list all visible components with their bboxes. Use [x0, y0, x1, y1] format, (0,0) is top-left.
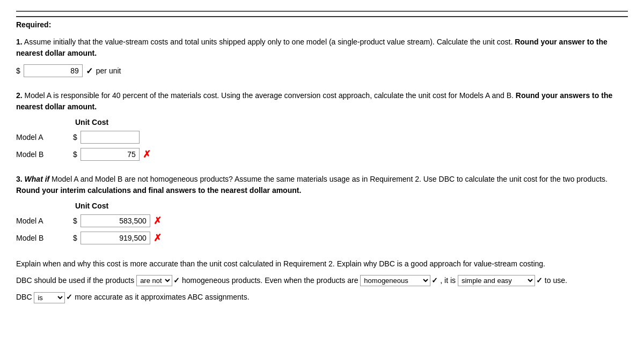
q3-text1: Model A and Model B are not homogeneous … — [49, 175, 608, 183]
explain-line1: Explain when and why this cost is more a… — [16, 257, 628, 271]
q3-model-b-label: Model B — [16, 234, 70, 242]
q3-bold: Round your interim calculations and fina… — [16, 186, 301, 195]
explain-line2: DBC should be used if the products are n… — [16, 274, 628, 287]
question-2-text: 2. Model A is responsible for 40 percent… — [16, 90, 628, 113]
q3-table: Unit Cost Model A $ ✗ Model B $ ✗ — [16, 202, 628, 244]
explain-line3-pre: DBC — [16, 293, 34, 302]
q1-answer-row: $ ✓ per unit — [16, 64, 628, 77]
q2-model-b-input[interactable] — [80, 148, 140, 161]
q1-check-icon: ✓ — [86, 66, 93, 76]
explain-dropdown3-underline: simple and easy complex and difficult — [458, 274, 535, 287]
explain-dropdown4-group: is is not ✓ — [34, 291, 72, 304]
q1-dollar: $ — [16, 66, 20, 75]
question-1-text: 1. Assume initially that the value-strea… — [16, 36, 628, 59]
q2-model-a-row: Model A $ — [16, 131, 628, 144]
explain-line2-pre: DBC should be used if the products — [16, 276, 136, 285]
explain-dropdown1-group: are not are ✓ — [136, 274, 180, 287]
q3-model-a-input[interactable] — [80, 214, 150, 227]
explain-end-text: to use. — [545, 276, 567, 285]
explain-line3: DBC is is not ✓ more accurate as it appr… — [16, 291, 628, 304]
explain-block: Explain when and why this cost is more a… — [16, 257, 628, 304]
question-1-block: 1. Assume initially that the value-strea… — [16, 36, 628, 77]
q1-number: 1. — [16, 38, 23, 46]
q3-model-b-x-icon: ✗ — [153, 232, 162, 244]
explain-dropdown2[interactable]: homogeneous not homogeneous — [360, 275, 430, 286]
q1-answer-input[interactable] — [24, 64, 83, 77]
explain-dropdown4-check: ✓ — [66, 291, 72, 304]
q2-text1: Model A is responsible for 40 percent of… — [23, 91, 516, 100]
q3-model-b-input[interactable] — [80, 232, 150, 244]
question-2-block: 2. Model A is responsible for 40 percent… — [16, 90, 628, 161]
explain-after-dropdown2: , it is — [440, 276, 458, 285]
q1-text1: Assume initially that the value-stream c… — [23, 38, 515, 46]
q3-number: 3. — [16, 175, 23, 183]
explain-dropdown3-group: simple and easy complex and difficult ✓ — [458, 274, 543, 287]
explain-dropdown4[interactable]: is is not — [34, 292, 65, 303]
question-3-block: 3. What if Model A and Model B are not h… — [16, 174, 628, 244]
q2-unit-cost-header: Unit Cost — [75, 118, 628, 126]
explain-dropdown2-check: ✓ — [431, 274, 438, 287]
q3-model-a-dollar: $ — [73, 217, 77, 225]
required-label: Required: — [16, 16, 628, 29]
q2-model-b-label: Model B — [16, 150, 70, 159]
q3-unit-cost-header: Unit Cost — [75, 202, 628, 210]
q3-model-b-dollar: $ — [73, 234, 77, 242]
explain-dropdown3[interactable]: simple and easy complex and difficult — [458, 275, 535, 286]
explain-dropdown1-check: ✓ — [173, 274, 180, 287]
q2-model-b-x-icon: ✗ — [143, 148, 151, 160]
q2-model-a-label: Model A — [16, 133, 70, 142]
q2-model-b-row: Model B $ ✗ — [16, 148, 628, 161]
q1-per-unit: per unit — [96, 66, 121, 75]
explain-line3-end: more accurate as it approximates ABC ass… — [75, 293, 249, 302]
q2-table: Unit Cost Model A $ Model B $ ✗ — [16, 118, 628, 161]
q2-model-a-dollar: $ — [73, 133, 77, 142]
q2-model-b-dollar: $ — [73, 150, 77, 159]
q3-model-b-row: Model B $ ✗ — [16, 232, 628, 244]
question-3-text: 3. What if Model A and Model B are not h… — [16, 174, 628, 196]
explain-dropdown1[interactable]: are not are — [136, 275, 172, 286]
q3-italic: What if — [25, 175, 50, 183]
explain-dropdown2-underline: homogeneous not homogeneous — [360, 274, 430, 287]
explain-dropdown3-check: ✓ — [536, 274, 543, 287]
q3-model-a-label: Model A — [16, 217, 70, 225]
q3-model-a-row: Model A $ ✗ — [16, 214, 628, 227]
q2-number: 2. — [16, 91, 23, 100]
explain-middle-text: homogeneous products. Even when the prod… — [182, 276, 360, 285]
q2-model-a-input[interactable] — [80, 131, 140, 144]
explain-dropdown2-group: homogeneous not homogeneous ✓ — [360, 274, 438, 287]
q3-model-a-x-icon: ✗ — [153, 215, 162, 227]
